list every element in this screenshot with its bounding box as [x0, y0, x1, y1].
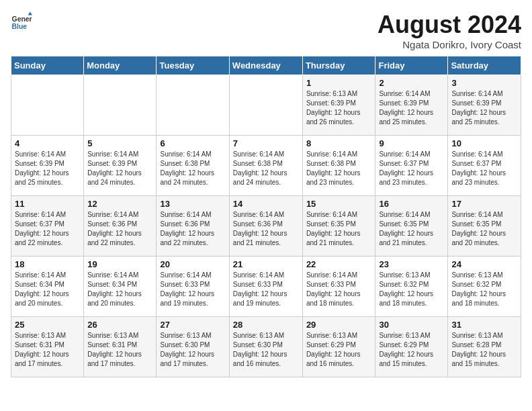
calendar-cell: 20Sunrise: 6:14 AM Sunset: 6:33 PM Dayli…	[157, 257, 229, 317]
day-info: Sunrise: 6:13 AM Sunset: 6:30 PM Dayligh…	[233, 331, 299, 369]
calendar-cell	[11, 75, 84, 136]
calendar-cell: 17Sunrise: 6:14 AM Sunset: 6:35 PM Dayli…	[448, 196, 521, 257]
calendar-cell: 9Sunrise: 6:14 AM Sunset: 6:37 PM Daylig…	[375, 136, 448, 196]
header-row: SundayMondayTuesdayWednesdayThursdayFrid…	[11, 56, 521, 75]
calendar-cell	[84, 75, 157, 136]
day-number: 28	[233, 320, 299, 330]
calendar-cell: 5Sunrise: 6:14 AM Sunset: 6:39 PM Daylig…	[84, 136, 157, 196]
calendar-cell: 4Sunrise: 6:14 AM Sunset: 6:39 PM Daylig…	[11, 136, 84, 196]
day-number: 10	[451, 138, 517, 148]
title-block: August 2024 Ngata Dorikro, Ivory Coast	[378, 11, 521, 50]
calendar-cell: 2Sunrise: 6:14 AM Sunset: 6:39 PM Daylig…	[375, 75, 448, 136]
calendar-cell: 16Sunrise: 6:14 AM Sunset: 6:35 PM Dayli…	[375, 196, 448, 257]
calendar-cell	[157, 75, 229, 136]
day-info: Sunrise: 6:14 AM Sunset: 6:34 PM Dayligh…	[87, 271, 152, 308]
day-number: 8	[306, 138, 372, 148]
calendar-cell: 6Sunrise: 6:14 AM Sunset: 6:38 PM Daylig…	[157, 136, 229, 196]
calendar-cell: 3Sunrise: 6:14 AM Sunset: 6:39 PM Daylig…	[448, 75, 521, 136]
day-info: Sunrise: 6:13 AM Sunset: 6:32 PM Dayligh…	[379, 271, 444, 308]
day-number: 9	[379, 138, 444, 148]
day-info: Sunrise: 6:14 AM Sunset: 6:35 PM Dayligh…	[451, 210, 517, 248]
day-number: 4	[15, 138, 80, 148]
weekday-header-friday: Friday	[375, 56, 448, 75]
day-info: Sunrise: 6:13 AM Sunset: 6:31 PM Dayligh…	[15, 331, 80, 369]
day-number: 13	[160, 199, 225, 209]
week-row-5: 25Sunrise: 6:13 AM Sunset: 6:31 PM Dayli…	[11, 317, 521, 377]
day-info: Sunrise: 6:14 AM Sunset: 6:38 PM Dayligh…	[160, 150, 225, 187]
weekday-header-monday: Monday	[84, 56, 157, 75]
week-row-3: 11Sunrise: 6:14 AM Sunset: 6:37 PM Dayli…	[11, 196, 521, 257]
day-info: Sunrise: 6:14 AM Sunset: 6:38 PM Dayligh…	[306, 150, 372, 187]
calendar-cell: 1Sunrise: 6:13 AM Sunset: 6:39 PM Daylig…	[302, 75, 375, 136]
day-number: 3	[451, 78, 517, 88]
calendar-cell: 21Sunrise: 6:14 AM Sunset: 6:33 PM Dayli…	[229, 257, 302, 317]
calendar-table: SundayMondayTuesdayWednesdayThursdayFrid…	[11, 56, 521, 377]
calendar-subtitle: Ngata Dorikro, Ivory Coast	[378, 39, 521, 50]
calendar-cell: 18Sunrise: 6:14 AM Sunset: 6:34 PM Dayli…	[11, 257, 84, 317]
day-info: Sunrise: 6:14 AM Sunset: 6:35 PM Dayligh…	[306, 210, 372, 248]
logo: General Blue	[11, 11, 32, 32]
calendar-cell: 28Sunrise: 6:13 AM Sunset: 6:30 PM Dayli…	[229, 317, 302, 377]
day-info: Sunrise: 6:13 AM Sunset: 6:29 PM Dayligh…	[306, 331, 372, 369]
day-info: Sunrise: 6:14 AM Sunset: 6:39 PM Dayligh…	[379, 89, 444, 127]
day-number: 18	[15, 259, 80, 269]
day-info: Sunrise: 6:14 AM Sunset: 6:36 PM Dayligh…	[233, 210, 299, 248]
calendar-cell: 30Sunrise: 6:13 AM Sunset: 6:29 PM Dayli…	[375, 317, 448, 377]
day-info: Sunrise: 6:14 AM Sunset: 6:33 PM Dayligh…	[306, 271, 372, 308]
weekday-header-sunday: Sunday	[11, 56, 84, 75]
day-info: Sunrise: 6:13 AM Sunset: 6:31 PM Dayligh…	[87, 331, 152, 369]
calendar-cell	[229, 75, 302, 136]
week-row-1: 1Sunrise: 6:13 AM Sunset: 6:39 PM Daylig…	[11, 75, 521, 136]
day-info: Sunrise: 6:13 AM Sunset: 6:28 PM Dayligh…	[451, 331, 517, 369]
day-number: 6	[160, 138, 225, 148]
day-number: 23	[379, 259, 444, 269]
day-number: 31	[451, 320, 517, 330]
day-info: Sunrise: 6:14 AM Sunset: 6:37 PM Dayligh…	[451, 150, 517, 187]
day-number: 17	[451, 199, 517, 209]
weekday-header-thursday: Thursday	[302, 56, 375, 75]
day-number: 30	[379, 320, 444, 330]
day-info: Sunrise: 6:14 AM Sunset: 6:37 PM Dayligh…	[379, 150, 444, 187]
day-number: 19	[87, 259, 152, 269]
day-number: 15	[306, 199, 372, 209]
day-info: Sunrise: 6:14 AM Sunset: 6:39 PM Dayligh…	[451, 89, 517, 127]
day-number: 16	[379, 199, 444, 209]
header: General Blue August 2024 Ngata Dorikro, …	[11, 11, 521, 50]
calendar-cell: 26Sunrise: 6:13 AM Sunset: 6:31 PM Dayli…	[84, 317, 157, 377]
calendar-cell: 7Sunrise: 6:14 AM Sunset: 6:38 PM Daylig…	[229, 136, 302, 196]
day-info: Sunrise: 6:13 AM Sunset: 6:39 PM Dayligh…	[306, 89, 372, 127]
day-info: Sunrise: 6:14 AM Sunset: 6:33 PM Dayligh…	[233, 271, 299, 308]
calendar-cell: 24Sunrise: 6:13 AM Sunset: 6:32 PM Dayli…	[448, 257, 521, 317]
week-row-2: 4Sunrise: 6:14 AM Sunset: 6:39 PM Daylig…	[11, 136, 521, 196]
day-info: Sunrise: 6:13 AM Sunset: 6:32 PM Dayligh…	[451, 271, 517, 308]
day-info: Sunrise: 6:14 AM Sunset: 6:39 PM Dayligh…	[87, 150, 152, 187]
day-number: 2	[379, 78, 444, 88]
calendar-cell: 19Sunrise: 6:14 AM Sunset: 6:34 PM Dayli…	[84, 257, 157, 317]
day-number: 5	[87, 138, 152, 148]
day-number: 26	[87, 320, 152, 330]
day-number: 12	[87, 199, 152, 209]
day-number: 24	[451, 259, 517, 269]
calendar-cell: 14Sunrise: 6:14 AM Sunset: 6:36 PM Dayli…	[229, 196, 302, 257]
svg-marker-2	[28, 12, 32, 15]
day-number: 20	[160, 259, 225, 269]
calendar-cell: 29Sunrise: 6:13 AM Sunset: 6:29 PM Dayli…	[302, 317, 375, 377]
calendar-cell: 31Sunrise: 6:13 AM Sunset: 6:28 PM Dayli…	[448, 317, 521, 377]
calendar-cell: 10Sunrise: 6:14 AM Sunset: 6:37 PM Dayli…	[448, 136, 521, 196]
day-number: 22	[306, 259, 372, 269]
week-row-4: 18Sunrise: 6:14 AM Sunset: 6:34 PM Dayli…	[11, 257, 521, 317]
svg-text:Blue: Blue	[12, 23, 28, 30]
day-number: 7	[233, 138, 299, 148]
weekday-header-tuesday: Tuesday	[157, 56, 229, 75]
day-number: 21	[233, 259, 299, 269]
day-info: Sunrise: 6:14 AM Sunset: 6:37 PM Dayligh…	[15, 210, 80, 248]
calendar-cell: 15Sunrise: 6:14 AM Sunset: 6:35 PM Dayli…	[302, 196, 375, 257]
day-info: Sunrise: 6:14 AM Sunset: 6:33 PM Dayligh…	[160, 271, 225, 308]
day-info: Sunrise: 6:14 AM Sunset: 6:36 PM Dayligh…	[87, 210, 152, 248]
day-number: 27	[160, 320, 225, 330]
calendar-cell: 27Sunrise: 6:13 AM Sunset: 6:30 PM Dayli…	[157, 317, 229, 377]
calendar-cell: 23Sunrise: 6:13 AM Sunset: 6:32 PM Dayli…	[375, 257, 448, 317]
day-number: 11	[15, 199, 80, 209]
day-number: 14	[233, 199, 299, 209]
logo-icon: General Blue	[11, 11, 32, 32]
